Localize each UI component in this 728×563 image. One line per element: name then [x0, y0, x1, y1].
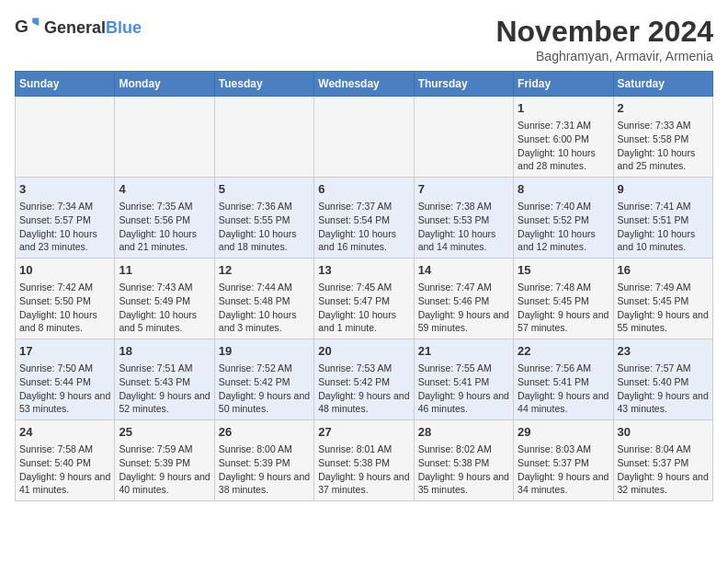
weekday-header-wednesday: Wednesday	[314, 72, 414, 97]
day-info: Sunrise: 8:02 AM Sunset: 5:38 PM Dayligh…	[418, 442, 509, 497]
weekday-header-saturday: Saturday	[613, 72, 712, 97]
day-info: Sunrise: 7:58 AM Sunset: 5:40 PM Dayligh…	[19, 442, 110, 497]
calendar-cell: 9Sunrise: 7:41 AM Sunset: 5:51 PM Daylig…	[613, 178, 712, 259]
day-number: 11	[119, 262, 210, 279]
day-number: 3	[19, 181, 110, 198]
calendar-cell: 2Sunrise: 7:33 AM Sunset: 5:58 PM Daylig…	[613, 97, 712, 178]
day-number: 18	[119, 343, 210, 360]
day-info: Sunrise: 7:49 AM Sunset: 5:45 PM Dayligh…	[618, 281, 709, 335]
day-number: 6	[318, 181, 409, 198]
weekday-header-sunday: Sunday	[16, 72, 115, 97]
day-number: 24	[19, 424, 110, 441]
day-info: Sunrise: 7:40 AM Sunset: 5:52 PM Dayligh…	[518, 200, 609, 254]
calendar-table: SundayMondayTuesdayWednesdayThursdayFrid…	[15, 71, 713, 501]
logo-icon: G	[15, 15, 40, 40]
calendar-cell: 24Sunrise: 7:58 AM Sunset: 5:40 PM Dayli…	[16, 420, 115, 501]
calendar-cell: 11Sunrise: 7:43 AM Sunset: 5:49 PM Dayli…	[115, 259, 214, 339]
calendar-cell	[214, 97, 313, 178]
day-info: Sunrise: 7:56 AM Sunset: 5:41 PM Dayligh…	[518, 362, 609, 416]
calendar-cell: 13Sunrise: 7:45 AM Sunset: 5:47 PM Dayli…	[314, 259, 414, 339]
day-info: Sunrise: 7:36 AM Sunset: 5:55 PM Dayligh…	[219, 200, 310, 254]
day-number: 5	[219, 181, 310, 198]
day-number: 15	[518, 262, 609, 279]
day-number: 7	[418, 181, 509, 198]
day-info: Sunrise: 7:48 AM Sunset: 5:45 PM Dayligh…	[518, 281, 609, 335]
weekday-header-friday: Friday	[514, 72, 613, 97]
day-number: 27	[318, 424, 409, 441]
day-info: Sunrise: 7:52 AM Sunset: 5:42 PM Dayligh…	[219, 362, 310, 416]
main-title: November 2024	[495, 15, 713, 49]
calendar-cell: 10Sunrise: 7:42 AM Sunset: 5:50 PM Dayli…	[16, 259, 115, 339]
calendar-week-3: 10Sunrise: 7:42 AM Sunset: 5:50 PM Dayli…	[16, 259, 713, 339]
svg-marker-1	[32, 18, 39, 27]
calendar-cell: 21Sunrise: 7:55 AM Sunset: 5:41 PM Dayli…	[414, 339, 513, 420]
day-info: Sunrise: 7:45 AM Sunset: 5:47 PM Dayligh…	[318, 281, 409, 335]
day-number: 29	[518, 424, 609, 441]
subtitle: Baghramyan, Armavir, Armenia	[495, 49, 713, 63]
calendar-cell	[16, 97, 115, 178]
day-info: Sunrise: 7:38 AM Sunset: 5:53 PM Dayligh…	[418, 200, 509, 254]
day-info: Sunrise: 7:51 AM Sunset: 5:43 PM Dayligh…	[119, 362, 210, 416]
svg-text:G: G	[15, 17, 28, 36]
calendar-cell: 22Sunrise: 7:56 AM Sunset: 5:41 PM Dayli…	[514, 339, 613, 420]
calendar-cell: 27Sunrise: 8:01 AM Sunset: 5:38 PM Dayli…	[314, 420, 414, 501]
day-number: 23	[618, 343, 709, 360]
day-info: Sunrise: 7:37 AM Sunset: 5:54 PM Dayligh…	[318, 200, 409, 254]
day-number: 22	[518, 343, 609, 360]
day-number: 2	[618, 100, 709, 117]
calendar-cell: 15Sunrise: 7:48 AM Sunset: 5:45 PM Dayli…	[514, 259, 613, 339]
day-number: 28	[418, 424, 509, 441]
day-info: Sunrise: 7:44 AM Sunset: 5:48 PM Dayligh…	[219, 281, 310, 335]
day-number: 16	[618, 262, 709, 279]
day-number: 25	[119, 424, 210, 441]
day-number: 20	[318, 343, 409, 360]
day-info: Sunrise: 7:41 AM Sunset: 5:51 PM Dayligh…	[618, 200, 709, 254]
calendar-cell: 29Sunrise: 8:03 AM Sunset: 5:37 PM Dayli…	[514, 420, 613, 501]
calendar-week-1: 1Sunrise: 7:31 AM Sunset: 6:00 PM Daylig…	[16, 97, 713, 178]
calendar-cell: 20Sunrise: 7:53 AM Sunset: 5:42 PM Dayli…	[314, 339, 414, 420]
calendar-cell: 3Sunrise: 7:34 AM Sunset: 5:57 PM Daylig…	[16, 178, 115, 259]
calendar-cell: 19Sunrise: 7:52 AM Sunset: 5:42 PM Dayli…	[214, 339, 313, 420]
day-number: 8	[518, 181, 609, 198]
day-number: 26	[219, 424, 310, 441]
day-info: Sunrise: 8:01 AM Sunset: 5:38 PM Dayligh…	[318, 442, 409, 497]
day-info: Sunrise: 7:59 AM Sunset: 5:39 PM Dayligh…	[119, 442, 210, 497]
day-number: 9	[618, 181, 709, 198]
calendar-cell: 25Sunrise: 7:59 AM Sunset: 5:39 PM Dayli…	[115, 420, 214, 501]
logo: G GeneralBlue	[15, 15, 142, 40]
calendar-cell: 17Sunrise: 7:50 AM Sunset: 5:44 PM Dayli…	[16, 339, 115, 420]
day-info: Sunrise: 7:57 AM Sunset: 5:40 PM Dayligh…	[618, 362, 709, 416]
calendar-cell: 7Sunrise: 7:38 AM Sunset: 5:53 PM Daylig…	[414, 178, 513, 259]
calendar-week-4: 17Sunrise: 7:50 AM Sunset: 5:44 PM Dayli…	[16, 339, 713, 420]
weekday-header-row: SundayMondayTuesdayWednesdayThursdayFrid…	[16, 72, 713, 97]
day-number: 19	[219, 343, 310, 360]
day-number: 13	[318, 262, 409, 279]
weekday-header-tuesday: Tuesday	[214, 72, 313, 97]
day-info: Sunrise: 7:55 AM Sunset: 5:41 PM Dayligh…	[418, 362, 509, 416]
calendar-week-5: 24Sunrise: 7:58 AM Sunset: 5:40 PM Dayli…	[16, 420, 713, 501]
day-info: Sunrise: 8:04 AM Sunset: 5:37 PM Dayligh…	[618, 442, 709, 497]
calendar-cell	[115, 97, 214, 178]
calendar-cell: 1Sunrise: 7:31 AM Sunset: 6:00 PM Daylig…	[514, 97, 613, 178]
calendar-cell: 5Sunrise: 7:36 AM Sunset: 5:55 PM Daylig…	[214, 178, 313, 259]
day-info: Sunrise: 7:42 AM Sunset: 5:50 PM Dayligh…	[19, 281, 110, 335]
header: G GeneralBlue November 2024 Baghramyan, …	[15, 15, 713, 63]
day-info: Sunrise: 7:43 AM Sunset: 5:49 PM Dayligh…	[119, 281, 210, 335]
logo-general: General	[44, 18, 106, 37]
day-info: Sunrise: 7:47 AM Sunset: 5:46 PM Dayligh…	[418, 281, 509, 335]
calendar-cell: 23Sunrise: 7:57 AM Sunset: 5:40 PM Dayli…	[613, 339, 712, 420]
title-area: November 2024 Baghramyan, Armavir, Armen…	[495, 15, 713, 63]
day-info: Sunrise: 7:34 AM Sunset: 5:57 PM Dayligh…	[19, 200, 110, 254]
calendar-cell: 6Sunrise: 7:37 AM Sunset: 5:54 PM Daylig…	[314, 178, 414, 259]
day-number: 4	[119, 181, 210, 198]
calendar-cell: 30Sunrise: 8:04 AM Sunset: 5:37 PM Dayli…	[613, 420, 712, 501]
day-number: 1	[518, 100, 609, 117]
calendar-cell: 16Sunrise: 7:49 AM Sunset: 5:45 PM Dayli…	[613, 259, 712, 339]
calendar-week-2: 3Sunrise: 7:34 AM Sunset: 5:57 PM Daylig…	[16, 178, 713, 259]
day-number: 30	[618, 424, 709, 441]
day-info: Sunrise: 7:50 AM Sunset: 5:44 PM Dayligh…	[19, 362, 110, 416]
day-info: Sunrise: 7:33 AM Sunset: 5:58 PM Dayligh…	[618, 119, 709, 173]
calendar-cell: 26Sunrise: 8:00 AM Sunset: 5:39 PM Dayli…	[214, 420, 313, 501]
weekday-header-thursday: Thursday	[414, 72, 513, 97]
day-number: 14	[418, 262, 509, 279]
